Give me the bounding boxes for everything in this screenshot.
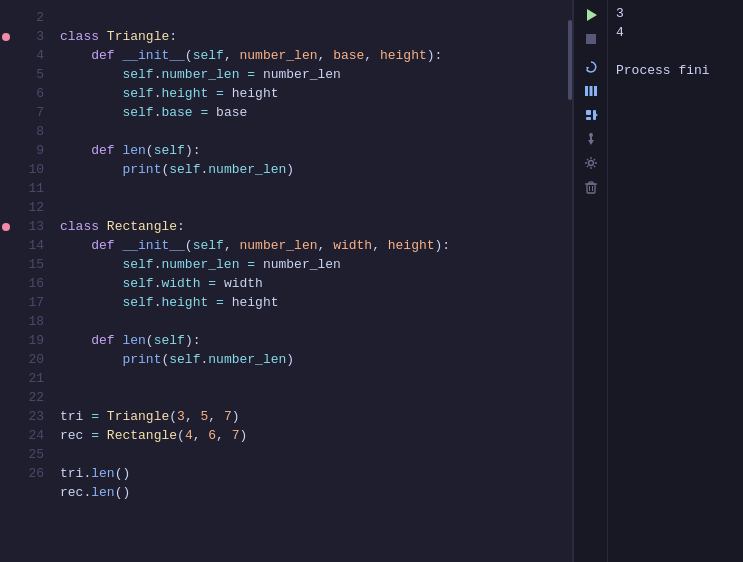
svg-rect-5 <box>594 86 597 96</box>
code-line-18: def len(self): <box>60 331 567 350</box>
code-line-14: self.number_len = number_len <box>60 255 567 274</box>
code-line-17 <box>60 312 567 331</box>
code-line-1 <box>60 8 567 27</box>
code-line-3: def __init__(self, number_len, base, hei… <box>60 46 567 65</box>
output-line-1: 3 <box>616 4 735 23</box>
code-line-22: tri = Triangle(3, 5, 7) <box>60 407 567 426</box>
code-line-4: self.number_len = number_len <box>60 65 567 84</box>
svg-rect-6 <box>586 110 591 115</box>
run-button[interactable] <box>580 4 602 26</box>
code-line-16: self.height = height <box>60 293 567 312</box>
code-line-12: class Rectangle: <box>60 217 567 236</box>
code-line-9: print(self.number_len) <box>60 160 567 179</box>
svg-rect-7 <box>586 117 591 120</box>
output-line-2: 4 <box>616 23 735 42</box>
code-line-24 <box>60 445 567 464</box>
code-line-15: self.width = width <box>60 274 567 293</box>
code-line-10 <box>60 179 567 198</box>
restart-button[interactable] <box>580 56 602 78</box>
debug-toolbar <box>574 0 608 562</box>
pin-button[interactable] <box>580 128 602 150</box>
output-line-4: Process fini <box>616 61 735 80</box>
breakpoint-marker[interactable] <box>2 33 10 41</box>
code-line-25: tri.len() <box>60 464 567 483</box>
trash-button[interactable] <box>580 176 602 198</box>
code-line-23: rec = Rectangle(4, 6, 7) <box>60 426 567 445</box>
stop-button[interactable] <box>580 28 602 50</box>
svg-rect-4 <box>589 86 592 96</box>
svg-rect-1 <box>586 34 596 44</box>
line-numbers: 2 3 4 5 6 7 8 9 10 11 12 13 14 15 16 17 … <box>12 0 52 562</box>
svg-marker-9 <box>595 113 598 117</box>
output-line-3 <box>616 42 735 61</box>
code-editor[interactable]: class Triangle: def __init__(self, numbe… <box>52 0 567 562</box>
code-line-20 <box>60 369 567 388</box>
svg-rect-14 <box>587 184 595 193</box>
code-line-11 <box>60 198 567 217</box>
code-line-26: rec.len() <box>60 483 567 502</box>
code-line-19: print(self.number_len) <box>60 350 567 369</box>
output-panel: 3 4 Process fini <box>608 0 743 562</box>
code-line-13: def __init__(self, number_len, width, he… <box>60 236 567 255</box>
code-line-2: class Triangle: <box>60 27 567 46</box>
svg-marker-0 <box>587 9 597 21</box>
settings-button[interactable] <box>580 152 602 174</box>
svg-point-12 <box>589 133 593 137</box>
code-line-5: self.height = height <box>60 84 567 103</box>
svg-marker-11 <box>588 140 594 145</box>
code-line-7 <box>60 122 567 141</box>
breakpoint-gutter <box>0 0 12 562</box>
code-line-8: def len(self): <box>60 141 567 160</box>
right-panel: 3 4 Process fini <box>573 0 743 562</box>
breakpoint-marker[interactable] <box>2 223 10 231</box>
rerun-columns-button[interactable] <box>580 80 602 102</box>
step-over-button[interactable] <box>580 104 602 126</box>
svg-rect-3 <box>585 86 588 96</box>
svg-point-13 <box>588 161 593 166</box>
code-line-21 <box>60 388 567 407</box>
code-line-6: self.base = base <box>60 103 567 122</box>
